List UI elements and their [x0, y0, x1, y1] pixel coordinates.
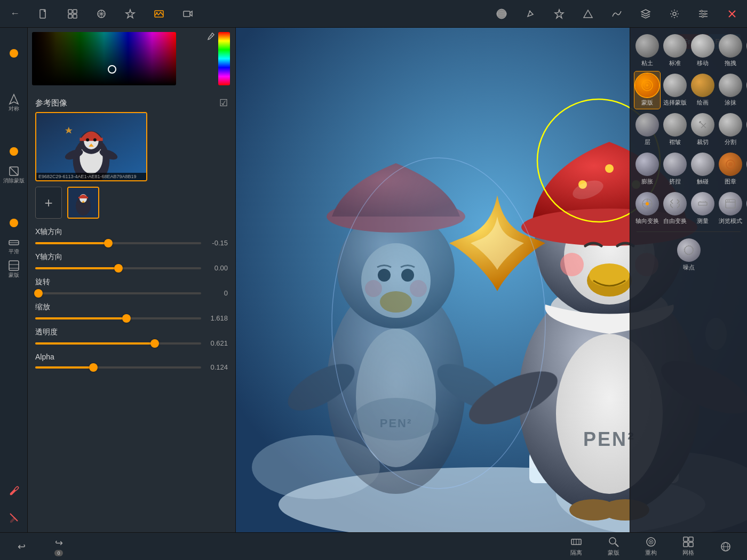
scale-slider-group: 缩放 1.618 [28, 299, 235, 324]
smooth-tool[interactable]: 平滑 [3, 235, 25, 256]
svg-point-62 [380, 291, 412, 313]
smear-brush[interactable]: 涂抹 [718, 71, 743, 109]
layers-button[interactable] [636, 4, 655, 23]
measure-brush[interactable]: 测量 [690, 190, 716, 227]
move-brush[interactable]: 移动 [690, 32, 716, 69]
svg-rect-1 [68, 10, 72, 13]
svg-point-12 [529, 10, 531, 12]
browser-mode-brush[interactable]: 浏览模式 [718, 190, 743, 227]
y-axis-slider-row: 0.00 [35, 264, 228, 272]
squeeze-brush[interactable]: 挤捏 [662, 150, 688, 188]
svg-point-78 [605, 164, 614, 173]
trim-brush[interactable]: 裁切 [690, 111, 716, 148]
left-dot-middle[interactable] [10, 147, 18, 156]
color-picker-area [28, 28, 235, 92]
pinch-brush[interactable]: 褶皱 [662, 111, 688, 148]
reconstruct-button[interactable]: 重构 [640, 536, 662, 557]
triangle-button[interactable] [578, 4, 598, 23]
curve-button[interactable] [607, 4, 626, 23]
red-brush-tool[interactable] [3, 479, 25, 500]
adjust-button[interactable] [121, 4, 140, 23]
brush-row-3: 层 褶皱 裁切 分割 投射 [632, 111, 745, 148]
svg-text:PEN²: PEN² [583, 428, 635, 450]
opacity-label: 透明度 [35, 327, 228, 337]
grid-view-button[interactable]: 网格 [678, 536, 699, 557]
color-hue-strip[interactable] [218, 32, 230, 85]
close-button[interactable] [722, 4, 742, 23]
isolate-button[interactable]: 隔离 [566, 536, 587, 557]
left-dot-bottom[interactable] [10, 219, 18, 227]
alpha-slider-row: 0.124 [35, 363, 228, 371]
main-reference-thumb[interactable]: E9682C29-6113-4AE1-AE81-68EAB79A8B19 [35, 112, 147, 181]
globe-button[interactable] [715, 541, 736, 553]
grid-button[interactable] [92, 4, 111, 23]
split-brush[interactable]: 分割 [718, 111, 743, 148]
paint-brush[interactable]: 绘画 [690, 71, 716, 109]
alpha-slider-group: Alpha 0.124 [28, 349, 235, 373]
axis-transform-brush[interactable]: 轴向变换 [634, 190, 660, 227]
y-axis-track[interactable] [35, 267, 201, 269]
svg-point-113 [685, 246, 693, 254]
settings-button[interactable] [665, 4, 684, 23]
scale-track[interactable] [35, 317, 201, 319]
left-icon-sidebar: 对称 消除蒙版 平滑 蒙版 [0, 28, 28, 532]
main-reference-image [36, 113, 146, 180]
svg-rect-126 [684, 542, 688, 547]
x-axis-label: X轴方向 [35, 227, 228, 237]
pin-button[interactable] [550, 4, 569, 23]
clear-mask-tool[interactable]: 消除蒙版 [3, 163, 25, 185]
stamp-brush[interactable]: 图章 [718, 150, 743, 188]
alpha-track[interactable] [35, 366, 201, 369]
reference-images-container: E9682C29-6113-4AE1-AE81-68EAB79A8B19 + [28, 112, 235, 224]
opacity-track[interactable] [35, 342, 201, 345]
left-panel: 参考图像 ☑ [28, 28, 236, 532]
slash-tool[interactable] [3, 507, 25, 528]
color-canvas[interactable] [32, 32, 176, 85]
sphere-button[interactable] [492, 4, 511, 23]
x-axis-track[interactable] [35, 242, 201, 244]
file-button[interactable] [34, 4, 53, 23]
left-dot-top[interactable] [10, 49, 18, 58]
svg-marker-14 [584, 10, 592, 18]
x-axis-slider-group: X轴方向 -0.15 [28, 224, 235, 249]
y-axis-slider-group: Y轴方向 0.00 [28, 249, 235, 274]
inflate-brush[interactable]: 膨胀 [634, 150, 660, 188]
reference-thumb-small[interactable] [67, 187, 99, 219]
top-toolbar: ← [0, 0, 747, 28]
reference-images-checkbox[interactable]: ☑ [219, 97, 228, 109]
svg-point-119 [609, 538, 616, 544]
transform-button[interactable] [63, 4, 82, 23]
undo-button[interactable]: ↩ [11, 541, 32, 553]
svg-point-15 [673, 12, 676, 15]
standard-brush[interactable]: 标准 [662, 32, 688, 69]
noise-brush[interactable]: 噪点 [634, 236, 743, 274]
back-button[interactable]: ← [5, 4, 25, 23]
right-panel: 粘土 标准 移动 拖拽 平滑 蒙版 选择蒙版 [630, 28, 747, 532]
svg-rect-125 [689, 537, 693, 541]
alpha-label: Alpha [35, 353, 228, 361]
image-button[interactable] [149, 4, 169, 23]
drag-brush[interactable]: 拖拽 [718, 32, 743, 69]
brush-row-6: 噪点 [632, 236, 745, 274]
free-transform-brush[interactable]: 自由变换 [662, 190, 688, 227]
sliders-button[interactable] [694, 4, 713, 23]
rotate-track[interactable] [35, 292, 201, 294]
touch-brush[interactable]: 触碰 [690, 150, 716, 188]
rotate-label: 旋转 [35, 277, 228, 287]
mask-tool[interactable]: 蒙版 [3, 258, 25, 279]
eyedropper-button[interactable] [205, 32, 215, 44]
mask-search-button[interactable]: 蒙版 [603, 536, 624, 557]
clay-brush[interactable]: 粘土 [634, 32, 660, 69]
symmetry-tool[interactable]: 对称 [3, 92, 25, 113]
select-mask-brush[interactable]: 选择蒙版 [662, 71, 688, 109]
layer-brush[interactable]: 层 [634, 111, 660, 148]
video-button[interactable] [178, 4, 197, 23]
pen-button[interactable] [521, 4, 540, 23]
opacity-slider-group: 透明度 0.621 [28, 324, 235, 349]
add-reference-button[interactable]: + [35, 187, 62, 219]
scale-value: 1.618 [205, 314, 228, 322]
svg-point-31 [86, 138, 89, 141]
mask-brush[interactable]: 蒙版 [634, 71, 660, 109]
color-picker-dot[interactable] [108, 65, 116, 74]
redo-button[interactable]: ↪ 0 [48, 537, 69, 556]
